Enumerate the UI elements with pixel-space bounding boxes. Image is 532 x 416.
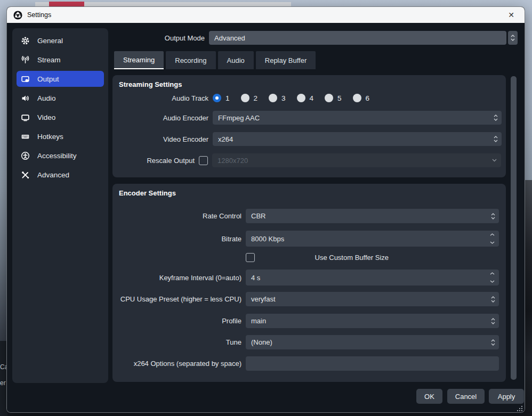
- ok-button[interactable]: OK: [416, 389, 442, 404]
- audio-track-row: Audio Track 1 2 3 4 5 6: [112, 92, 506, 104]
- background-right-strip: [525, 180, 532, 416]
- sidebar-item-audio[interactable]: Audio: [17, 90, 104, 106]
- video-encoder-value: x264: [218, 135, 233, 143]
- tune-label: Tune: [112, 338, 241, 346]
- output-mode-value: Advanced: [214, 34, 245, 42]
- x264-options-label: x264 Options (separated by space): [112, 360, 241, 368]
- keyframe-interval-row: Keyframe Interval (0=auto) 4 s: [112, 270, 499, 286]
- chevron-updown-icon: [491, 335, 495, 349]
- radio-label: 6: [366, 94, 370, 102]
- custom-buffer-checkbox[interactable]: [246, 253, 255, 262]
- cpu-preset-select[interactable]: veryfast: [246, 292, 499, 306]
- sidebar-item-video[interactable]: Video: [17, 109, 104, 125]
- cpu-preset-value: veryfast: [251, 295, 276, 303]
- audio-encoder-select[interactable]: FFmpeg AAC: [213, 111, 502, 125]
- audio-track-radio-group: 1 2 3 4 5 6: [213, 94, 376, 102]
- radio-label: 4: [310, 94, 314, 102]
- sidebar-item-general[interactable]: General: [17, 32, 104, 48]
- custom-buffer-row: Use Custom Buffer Size: [112, 252, 393, 263]
- sidebar-item-label: Audio: [37, 94, 56, 102]
- settings-window: Settings ✕ General Stream: [6, 6, 525, 413]
- audio-track-radio-6[interactable]: [353, 94, 361, 102]
- sidebar-item-hotkeys[interactable]: Hotkeys: [17, 128, 104, 144]
- video-encoder-label: Video Encoder: [112, 135, 208, 143]
- audio-encoder-label: Audio Encoder: [112, 114, 208, 122]
- audio-encoder-row: Audio Encoder FFmpeg AAC: [112, 111, 502, 125]
- radio-label: 3: [281, 94, 286, 102]
- audio-encoder-value: FFmpeg AAC: [218, 114, 260, 122]
- rescale-resolution-select[interactable]: 1280x720: [212, 153, 501, 167]
- encoder-settings-title: Encoder Settings: [119, 189, 176, 197]
- close-icon[interactable]: ✕: [504, 9, 518, 21]
- sidebar-item-label: Hotkeys: [37, 133, 63, 141]
- sidebar-item-advanced[interactable]: Advanced: [17, 167, 104, 183]
- accessibility-icon: [21, 151, 30, 160]
- sidebar-item-label: Advanced: [37, 171, 69, 179]
- spinbox-arrows-icon[interactable]: [490, 231, 495, 247]
- window-title: Settings: [27, 11, 51, 19]
- tune-select[interactable]: (None): [246, 335, 499, 349]
- audio-track-radio-1[interactable]: [213, 94, 221, 102]
- vertical-scrollbar[interactable]: [511, 76, 517, 380]
- profile-row: Profile main: [112, 314, 499, 328]
- streaming-settings-title: Streaming Settings: [119, 80, 182, 88]
- titlebar: Settings ✕: [7, 7, 525, 23]
- rescale-output-checkbox[interactable]: [199, 156, 208, 165]
- output-mode-select[interactable]: Advanced: [209, 31, 506, 45]
- sidebar-item-label: General: [37, 37, 63, 45]
- chevron-down-icon: [492, 153, 497, 167]
- chevron-updown-icon: [491, 209, 495, 223]
- output-mode-spinner[interactable]: [508, 31, 518, 45]
- streaming-settings-panel: Streaming Settings Audio Track 1 2 3 4 5…: [112, 75, 506, 177]
- profile-value: main: [251, 317, 266, 325]
- radio-label: 2: [254, 94, 258, 102]
- sidebar-item-stream[interactable]: Stream: [17, 52, 104, 68]
- x264-options-row: x264 Options (separated by space): [112, 356, 499, 371]
- tab-recording[interactable]: Recording: [166, 51, 215, 69]
- encoder-settings-panel: Encoder Settings Rate Control CBR Bitrat…: [112, 184, 506, 382]
- cpu-preset-row: CPU Usage Preset (higher = less CPU) ver…: [112, 292, 499, 306]
- monitor-icon: [21, 113, 30, 122]
- chevron-updown-icon: [494, 132, 498, 146]
- audio-track-label: Audio Track: [112, 94, 208, 102]
- audio-track-radio-5[interactable]: [325, 94, 333, 102]
- output-mode-label: Output Mode: [112, 34, 205, 42]
- profile-select[interactable]: main: [246, 314, 499, 328]
- sidebar-item-label: Accessibility: [37, 152, 77, 160]
- tab-audio[interactable]: Audio: [218, 51, 254, 69]
- resize-grip[interactable]: [517, 406, 522, 411]
- sidebar-item-label: Output: [37, 75, 59, 83]
- speaker-icon: [21, 94, 30, 103]
- bitrate-value: 8000 Kbps: [251, 235, 284, 243]
- x264-options-input[interactable]: [246, 356, 499, 371]
- tune-value: (None): [251, 338, 272, 346]
- cancel-button[interactable]: Cancel: [447, 389, 485, 404]
- rescale-output-row: Rescale Output 1280x720: [112, 153, 501, 167]
- sidebar-item-label: Video: [37, 113, 55, 121]
- audio-track-radio-2[interactable]: [241, 94, 249, 102]
- keyframe-interval-spinbox[interactable]: 4 s: [246, 270, 499, 286]
- tab-replay-buffer[interactable]: Replay Buffer: [256, 51, 316, 69]
- rescale-output-label: Rescale Output: [112, 157, 195, 165]
- rate-control-value: CBR: [251, 212, 265, 220]
- radio-label: 1: [225, 94, 230, 102]
- audio-track-radio-3[interactable]: [269, 94, 277, 102]
- rate-control-select[interactable]: CBR: [246, 209, 499, 223]
- radio-label: 5: [337, 94, 342, 102]
- chevron-updown-icon: [491, 292, 495, 306]
- chevron-updown-icon: [494, 111, 498, 125]
- audio-track-radio-4[interactable]: [297, 94, 305, 102]
- sidebar-item-accessibility[interactable]: Accessibility: [17, 148, 104, 164]
- spinbox-arrows-icon[interactable]: [490, 270, 495, 286]
- apply-button[interactable]: Apply: [489, 389, 524, 404]
- keyframe-interval-label: Keyframe Interval (0=auto): [112, 274, 241, 282]
- custom-buffer-label: Use Custom Buffer Size: [260, 254, 389, 262]
- output-tabs: Streaming Recording Audio Replay Buffer: [114, 51, 316, 69]
- bitrate-spinbox[interactable]: 8000 Kbps: [246, 231, 499, 247]
- video-encoder-select[interactable]: x264: [213, 132, 502, 146]
- bitrate-row: Bitrate 8000 Kbps: [112, 231, 499, 247]
- tab-streaming[interactable]: Streaming: [114, 51, 164, 69]
- sidebar-item-label: Stream: [37, 56, 61, 64]
- sidebar: General Stream Output: [12, 28, 108, 383]
- sidebar-item-output[interactable]: Output: [17, 71, 104, 87]
